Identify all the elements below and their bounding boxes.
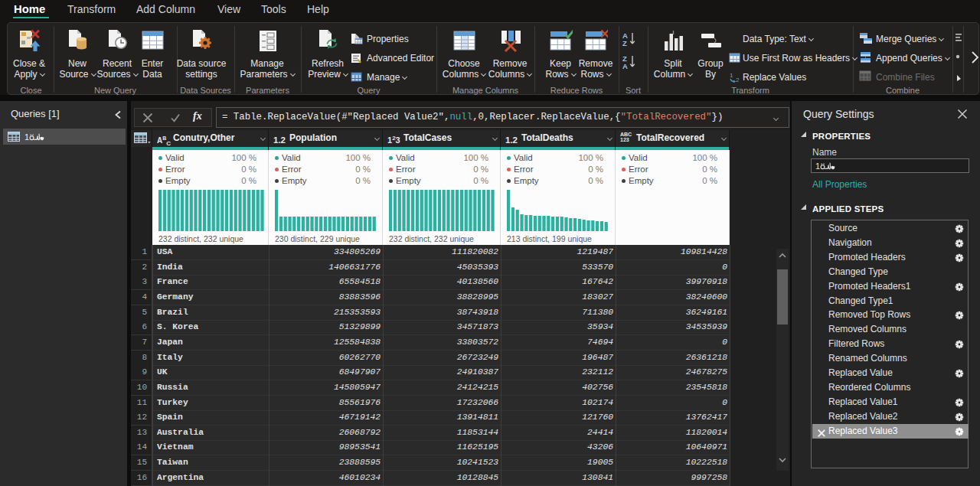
svg-text:1: 1 [815,161,820,171]
svg-text:1: 1 [24,132,29,142]
svg-text:Z: Z [622,39,627,47]
svg-text:A: A [622,62,628,70]
svg-text:2: 2 [736,77,740,83]
svg-text:1: 1 [730,72,733,79]
